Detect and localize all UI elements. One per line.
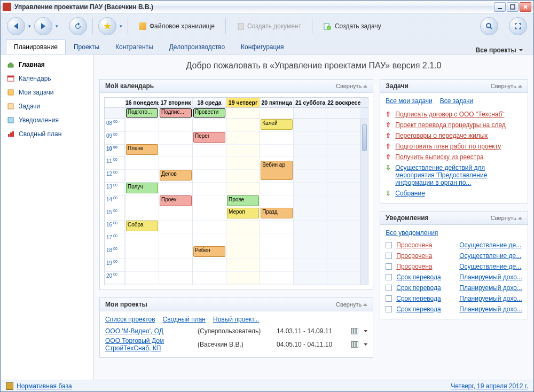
cal-day-column[interactable]: ПерегРебен — [192, 119, 226, 285]
calendar-event[interactable]: Делов — [160, 170, 192, 181]
cal-day-header[interactable]: 18 среда — [192, 98, 226, 107]
forward-dropdown[interactable]: ▾ — [56, 23, 58, 29]
all-tasks-link[interactable]: Все задачи — [440, 97, 474, 105]
sidebar-item-notifications[interactable]: Уведомления — [1, 113, 93, 127]
calendar-event[interactable]: Получ — [126, 183, 158, 193]
sidebar-item-mytasks[interactable]: Мои задачи — [1, 85, 93, 99]
task-link[interactable]: Подготовить плвн работ по проекту — [395, 143, 501, 150]
calendar-event[interactable]: Ребен — [193, 246, 225, 257]
cal-day-header-today[interactable]: 19 четверг — [226, 98, 260, 107]
chevron-down-icon[interactable] — [364, 343, 367, 346]
minimize-button[interactable] — [494, 2, 506, 12]
cal-day-column[interactable]: ДеловПроек — [159, 119, 192, 285]
calendar-event[interactable]: Прове — [227, 195, 259, 206]
project-name-link[interactable]: ООО 'М-Видео', ОД — [105, 327, 193, 335]
projects-list-link[interactable]: Список проектов — [105, 316, 155, 323]
scroll-thumb[interactable] — [362, 124, 367, 151]
calendar-event[interactable]: Калей — [261, 119, 293, 130]
refresh-button[interactable] — [69, 17, 87, 35]
projects-dropdown[interactable]: Все проекты — [470, 46, 528, 54]
cal-day-header[interactable]: 17 вторник — [159, 98, 192, 107]
project-name-link[interactable]: ООО Торговый Дом СтройТехСнаб, КП — [105, 337, 193, 352]
notification-status-link[interactable]: Просрочена — [396, 252, 432, 260]
notification-checkbox[interactable] — [386, 263, 392, 270]
projects-collapse[interactable]: Свернуть — [336, 301, 367, 308]
notification-text-link[interactable]: Осуществление де... — [459, 241, 521, 249]
search-button[interactable] — [480, 17, 498, 35]
close-button[interactable] — [520, 2, 531, 12]
cal-day-header[interactable]: 22 воскресенье — [327, 98, 360, 107]
notification-checkbox[interactable] — [386, 274, 392, 280]
notification-text-link[interactable]: Осуществление де... — [459, 263, 521, 270]
cal-day-column[interactable] — [293, 119, 327, 285]
gantt-icon[interactable] — [351, 341, 358, 348]
notification-checkbox[interactable] — [386, 253, 392, 259]
new-project-link[interactable]: Новый проект... — [213, 316, 259, 323]
allday-event[interactable]: Подгото... — [126, 108, 158, 117]
task-link[interactable]: Переговоры о передаче жилых — [395, 132, 488, 139]
summary-plan-link[interactable]: Сводный план — [163, 316, 206, 323]
cal-day-header[interactable]: 16 понедельник — [125, 98, 159, 107]
cal-day-column[interactable]: ПровеМероп — [226, 119, 260, 285]
notification-checkbox[interactable] — [386, 242, 392, 248]
notification-status-link[interactable]: Срок перевода — [396, 284, 441, 292]
sidebar-item-calendar[interactable]: Календарь — [1, 72, 93, 85]
task-link[interactable]: Осуществление действий для мероприятия '… — [395, 164, 522, 186]
file-storage-button[interactable]: Файловое хранилище — [134, 20, 220, 32]
tab-contractors[interactable]: Контрагенты — [107, 40, 161, 54]
maximize-button[interactable] — [507, 2, 519, 12]
notification-status-link[interactable]: Срок перевода — [396, 305, 441, 313]
tab-planning[interactable]: Планирование — [6, 40, 66, 54]
cal-day-column[interactable]: КалейВебин арПразд — [260, 119, 293, 285]
allday-event[interactable]: Подпис... — [160, 108, 192, 117]
notification-text-link[interactable]: Планируемый дохо... — [459, 284, 522, 292]
notification-text-link[interactable]: Осуществление де... — [459, 252, 521, 260]
all-notifications-link[interactable]: Все уведомления — [386, 229, 438, 237]
notifications-collapse[interactable]: Свернуть — [491, 215, 522, 221]
notification-checkbox[interactable] — [386, 306, 392, 312]
notification-status-link[interactable]: Просрочена — [396, 263, 432, 270]
calendar-event[interactable]: Плане — [126, 144, 158, 155]
fullscreen-button[interactable] — [509, 17, 527, 35]
tasks-collapse[interactable]: Свернуть — [491, 83, 522, 89]
sidebar-item-summary[interactable]: Сводный план — [1, 127, 93, 141]
all-my-tasks-link[interactable]: Все мои задачи — [386, 97, 433, 105]
calendar-event[interactable]: Собра — [126, 221, 158, 231]
favorites-dropdown[interactable]: ▾ — [120, 23, 122, 29]
date-link[interactable]: Четверг, 19 апреля 2012 г. — [451, 382, 528, 390]
favorites-button[interactable]: ★ — [98, 17, 116, 35]
chevron-down-icon[interactable] — [364, 330, 367, 332]
allday-event[interactable]: Провести — [193, 108, 225, 117]
notification-checkbox[interactable] — [386, 285, 392, 291]
forward-button[interactable] — [34, 17, 52, 35]
back-dropdown[interactable]: ▾ — [28, 23, 31, 29]
calendar-event[interactable]: Проек — [160, 195, 192, 206]
calendar-event[interactable]: Вебин ар — [261, 161, 293, 180]
task-link[interactable]: Подписать договор с ООО "Техснаб" — [395, 111, 504, 118]
notification-text-link[interactable]: Планируемый дохо... — [459, 295, 522, 302]
tab-config[interactable]: Конфигурация — [233, 40, 292, 54]
notification-text-link[interactable]: Планируемый дохо... — [459, 305, 522, 313]
cal-day-column[interactable] — [327, 119, 360, 285]
tab-paperwork[interactable]: Делопроизводство — [161, 40, 233, 54]
sidebar-item-tasks[interactable]: Задачи — [1, 99, 93, 113]
calendar-event[interactable]: Празд — [261, 208, 293, 218]
tab-projects[interactable]: Проекты — [66, 40, 107, 54]
task-link[interactable]: Получить выписку из реестра — [395, 153, 483, 161]
calendar-collapse[interactable]: Свернуть — [336, 83, 367, 89]
normative-base-link[interactable]: Нормативная база — [17, 382, 72, 390]
notification-text-link[interactable]: Планируемый дохо... — [459, 273, 522, 281]
task-link[interactable]: Собрание — [395, 190, 425, 197]
cal-day-header[interactable]: 20 пятница — [260, 98, 293, 107]
notification-status-link[interactable]: Просрочена — [396, 241, 432, 249]
gantt-icon[interactable] — [351, 328, 358, 334]
cal-day-column[interactable]: ПланеПолучСобра — [125, 119, 159, 285]
back-button[interactable] — [7, 17, 25, 35]
notification-checkbox[interactable] — [386, 295, 392, 302]
cal-day-header[interactable]: 21 суббота — [293, 98, 327, 107]
calendar-event[interactable]: Мероп — [227, 208, 259, 218]
create-task-button[interactable]: Создать задачу — [318, 20, 387, 33]
notification-status-link[interactable]: Срок перевода — [396, 295, 441, 302]
calendar-event[interactable]: Перег — [193, 132, 225, 143]
calendar-scrollbar[interactable] — [360, 119, 368, 285]
